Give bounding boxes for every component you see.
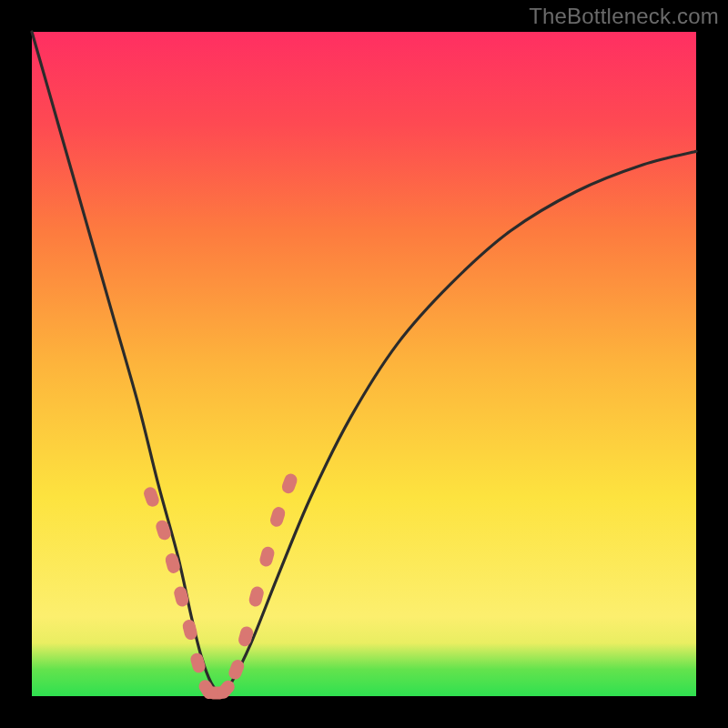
watermark-text: TheBottleneck.com: [529, 4, 719, 29]
marker: [258, 545, 276, 568]
marker: [280, 472, 299, 495]
marker: [248, 585, 265, 608]
bottleneck-curve-svg: [32, 32, 696, 696]
marker: [268, 505, 287, 528]
chart-frame: TheBottleneck.com: [0, 0, 728, 728]
plot-area: [32, 32, 696, 696]
marker: [189, 652, 207, 674]
bottleneck-curve: [32, 32, 696, 693]
